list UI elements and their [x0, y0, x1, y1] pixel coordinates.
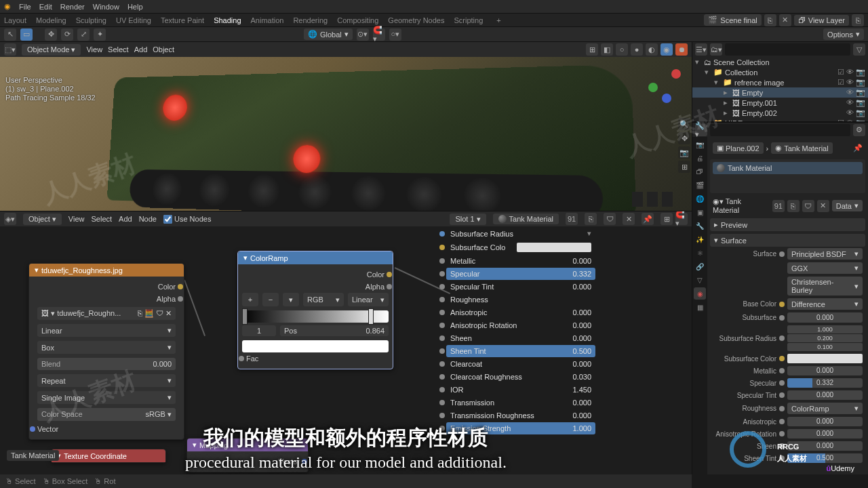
menu-file[interactable]: File — [19, 3, 31, 11]
transrough-row[interactable]: Transmission Roughness0.000 — [446, 409, 595, 422]
subsurf-color-row[interactable]: Subsurface Colo — [446, 241, 595, 254]
scene-new-icon[interactable]: ⎘ — [764, 14, 776, 26]
ramp-color-socket[interactable]: Color — [367, 270, 384, 279]
shading-matprev-icon[interactable]: ◐ — [646, 43, 658, 56]
interp-dropdown[interactable]: Linear▾ — [37, 324, 176, 337]
aniso-slider[interactable]: 0.000 — [787, 417, 863, 426]
shader-node-editor[interactable]: ◈▾ Object ▾ View Select Add Node Use Nod… — [0, 211, 692, 474]
ne-menu-add[interactable]: Add — [119, 215, 132, 223]
add-workspace-icon[interactable]: + — [496, 16, 500, 24]
surface-panel-header[interactable]: ▾Surface — [710, 234, 865, 247]
outliner-empty2[interactable]: 🖼Empty.002👁 📷 — [692, 108, 868, 118]
tab-scene-icon[interactable]: 🎬 — [694, 179, 706, 191]
tab-viewlayer-icon[interactable]: 🗇 — [694, 165, 706, 178]
options-dropdown[interactable]: Options ▾ — [823, 28, 864, 40]
outliner-editor-icon[interactable]: ☰▾ — [695, 43, 707, 56]
tab-shading[interactable]: Shading — [214, 16, 241, 24]
overlay-toggle-icon[interactable]: ⊞ — [586, 43, 598, 56]
ne-snap-icon[interactable]: 🧲▾ — [675, 213, 688, 225]
ramp-color-swatch[interactable] — [242, 340, 389, 352]
source-dropdown[interactable]: Single Image▾ — [37, 391, 176, 404]
mat-unlink2-icon[interactable]: ✕ — [817, 200, 829, 212]
image-browse-field[interactable]: 🖼 ▾ tduwefjc_Roughn... ⎘ 🧮 🛡 ✕ — [37, 307, 176, 320]
tab-geonodes[interactable]: Geometry Nodes — [388, 16, 444, 24]
shader-type-dropdown[interactable]: Object ▾ — [23, 214, 62, 225]
specular-row[interactable]: Specular0.332 — [446, 268, 595, 280]
tab-particle-icon[interactable]: ✨ — [694, 233, 706, 245]
ramp-add-stop[interactable]: + — [242, 293, 258, 306]
record-icon[interactable]: ⏺ — [675, 43, 688, 56]
colorramp-node[interactable]: ▾ColorRamp Color Alpha + − ▾ RGB▾ Linear… — [237, 251, 393, 369]
propedit-icon[interactable]: ○▾ — [389, 28, 401, 41]
orientation-dropdown[interactable]: 🌐 Global ▾ — [304, 28, 353, 40]
vp-menu-select[interactable]: Select — [108, 45, 129, 54]
menu-window[interactable]: Window — [93, 3, 119, 11]
ramp-pos-field[interactable]: Pos0.864 — [280, 325, 389, 336]
extension-dropdown[interactable]: Repeat▾ — [37, 374, 176, 387]
material-slot-list[interactable]: Tank Material — [710, 159, 865, 193]
shading-wire-icon[interactable]: ○ — [616, 43, 628, 56]
tankmat-frame-chip[interactable]: Tank Material — [7, 450, 59, 461]
mat-fake2-icon[interactable]: 🛡 — [802, 200, 814, 212]
shading-rendered-icon[interactable]: ◉ — [660, 43, 673, 56]
anisorot-row[interactable]: Anisotropic Rotation0.000 — [446, 319, 595, 331]
ramp-fac-socket[interactable]: Fac — [246, 354, 258, 363]
zoom-icon[interactable]: 🔍 — [678, 118, 690, 130]
editor-type-nodes-icon[interactable]: ◈▾ — [4, 213, 16, 225]
mat-browse[interactable]: ◉▾ Tank Material — [713, 197, 770, 214]
colorramp-header[interactable]: ▾ColorRamp — [238, 251, 393, 264]
props-editor-icon[interactable]: 🔧▾ — [695, 124, 707, 136]
props-options-icon[interactable]: ⚙ — [853, 124, 865, 136]
tab-physics-icon[interactable]: ⚛ — [694, 247, 706, 259]
ne-menu-select[interactable]: Select — [92, 215, 113, 223]
vp-menu-add[interactable]: Add — [134, 45, 148, 54]
mat-link-dropdown[interactable]: Data▾ — [832, 200, 863, 211]
viewlayer-new-icon[interactable]: ⎘ — [852, 14, 864, 26]
outliner-filter-icon[interactable]: ▽ — [853, 43, 865, 56]
basecolor-dd[interactable]: Difference▾ — [787, 298, 863, 310]
spectint-row[interactable]: Specular Tint0.000 — [446, 281, 595, 293]
move-icon[interactable]: ✥ — [45, 28, 57, 41]
tab-texpaint[interactable]: Texture Paint — [161, 16, 204, 24]
material-slot-dropdown[interactable]: Slot 1 ▾ — [450, 214, 486, 225]
use-nodes-checkbox[interactable]: Use Nodes — [163, 215, 211, 224]
tab-rendering[interactable]: Rendering — [293, 16, 328, 24]
matslot-tankmaterial[interactable]: Tank Material — [713, 162, 863, 174]
tab-sculpting[interactable]: Sculpting — [76, 16, 106, 24]
vp-menu-view[interactable]: View — [86, 45, 102, 54]
tab-uv[interactable]: UV Editing — [116, 16, 151, 24]
prop-pin-icon[interactable]: 📌 — [853, 144, 863, 152]
clearrough-row[interactable]: Clearcoat Roughness0.030 — [446, 371, 595, 383]
cursor-tool-icon[interactable]: ↖ — [4, 28, 16, 41]
outliner-search[interactable] — [725, 43, 850, 56]
prop-mat-chip[interactable]: ◉ Tank Material — [771, 142, 832, 154]
sheentint-row[interactable]: Sheen Tint0.500 — [446, 345, 595, 357]
tab-object-icon[interactable]: ▣ — [694, 206, 706, 218]
shading-solid-icon[interactable]: ● — [631, 43, 643, 56]
principled-bsdf-node[interactable]: Subsurface Radius▾ Subsurface Colo Metal… — [446, 226, 595, 435]
roughness-row[interactable]: Roughness — [446, 293, 595, 306]
ramp-interp-dropdown[interactable]: Linear▾ — [348, 293, 389, 306]
clearcoat-row[interactable]: Clearcoat0.000 — [446, 358, 595, 370]
ramp-mode-dropdown[interactable]: RGB▾ — [303, 293, 344, 306]
mode-selector[interactable]: Object Mode ▾ — [22, 44, 81, 56]
viewport-canvas[interactable]: User Perspective (1) sw_3 | Plane.002 Pa… — [0, 57, 692, 211]
image-texture-node[interactable]: ▾tduwefjc_Roughness.jpg Color Alpha 🖼 ▾ … — [28, 263, 184, 440]
tab-animation[interactable]: Animation — [251, 16, 284, 24]
transform-icon[interactable]: ✦ — [94, 28, 106, 41]
tab-constraint-icon[interactable]: 🔗 — [694, 260, 706, 272]
props-search[interactable] — [710, 124, 850, 136]
select-tool-icon[interactable]: ▭ — [20, 28, 33, 41]
material-name-field[interactable]: Tank Material — [493, 214, 559, 224]
viewlayer-selector[interactable]: 🗇 View Layer — [794, 15, 849, 26]
ne-menu-view[interactable]: View — [68, 215, 85, 223]
tab-scripting[interactable]: Scripting — [454, 16, 483, 24]
prop-obj-chip[interactable]: ▣ Plane.002 — [713, 142, 764, 154]
mat-unlink-icon[interactable]: ✕ — [623, 213, 635, 225]
snap-icon[interactable]: 🧲▾ — [373, 28, 385, 41]
sss-method-dd[interactable]: Christensen-Burley▾ — [787, 277, 863, 296]
ramp-menu[interactable]: ▾ — [283, 293, 299, 306]
ne-menu-node[interactable]: Node — [139, 215, 157, 223]
scene-selector[interactable]: 🎬 Scene final — [704, 14, 761, 26]
image-node-header[interactable]: ▾tduwefjc_Roughness.jpg — [29, 264, 184, 277]
